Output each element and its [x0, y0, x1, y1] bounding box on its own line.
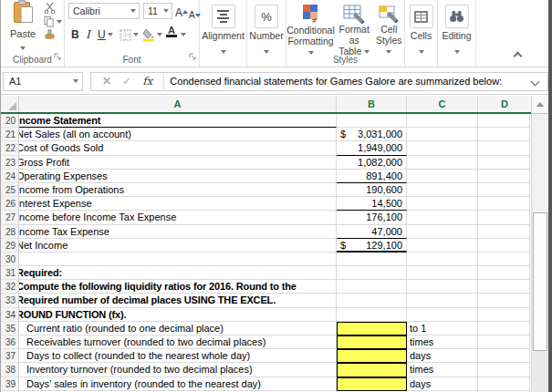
cell-b33[interactable]	[337, 294, 407, 307]
scroll-up-button[interactable]	[531, 96, 548, 114]
cell-a37[interactable]: Days to collect (rounded to the nearest …	[19, 349, 337, 363]
clipboard-dialog-launcher[interactable]	[54, 47, 61, 64]
shrink-font-button[interactable]: A	[189, 5, 201, 24]
cell-c31[interactable]	[407, 266, 478, 280]
font-name-combo[interactable]: Calibri	[68, 3, 140, 19]
cell-a31[interactable]: Required:	[19, 266, 337, 280]
fill-color-button[interactable]	[142, 26, 162, 44]
cell-c21[interactable]	[407, 128, 478, 141]
bold-button[interactable]: B	[71, 26, 79, 44]
cell-b37-answer-input[interactable]	[337, 349, 407, 363]
underline-dropdown-caret[interactable]	[108, 26, 113, 44]
cell-a35[interactable]: Current ratio (rounded to one decimal pl…	[19, 322, 337, 335]
cell-d37[interactable]	[478, 349, 530, 363]
cell-a24[interactable]: Operating Expenses	[19, 170, 337, 183]
cell-a21[interactable]: Net Sales (all on account)	[19, 128, 337, 141]
enter-button[interactable]: ✓	[122, 75, 131, 88]
cells-dropdown-caret[interactable]	[419, 50, 424, 54]
cut-button[interactable]	[44, 1, 62, 15]
grow-font-button[interactable]: A	[175, 4, 188, 22]
row-header[interactable]: 22	[1, 141, 19, 155]
copy-button[interactable]	[44, 15, 62, 28]
collapse-ribbon-chevron[interactable]	[514, 52, 523, 61]
paste-button[interactable]: Paste	[4, 0, 42, 53]
cell-c22[interactable]	[407, 141, 478, 155]
row-header[interactable]: 33	[1, 294, 19, 307]
cell-b28[interactable]: 47,000	[337, 225, 407, 239]
row-header[interactable]: 25	[1, 183, 19, 197]
cell-b21[interactable]: $3,031,000	[337, 128, 407, 141]
font-color-button[interactable]: A	[166, 26, 177, 44]
cell-c29[interactable]	[407, 239, 478, 253]
cell-b30[interactable]	[337, 253, 407, 266]
editing-dropdown-caret[interactable]	[454, 50, 460, 54]
cell-d38[interactable]	[478, 363, 530, 377]
column-header-c[interactable]: C	[407, 96, 478, 112]
row-header[interactable]: 21	[1, 128, 19, 141]
cell-c25[interactable]	[407, 183, 478, 197]
scrollbar-thumb[interactable]	[533, 212, 547, 351]
name-box[interactable]: A1	[3, 72, 83, 91]
row-header[interactable]: 36	[1, 335, 19, 349]
cell-a33[interactable]: Required number of decimal places USING …	[19, 294, 337, 307]
cell-d32[interactable]	[478, 280, 530, 294]
cell-a23[interactable]: Gross Profit	[19, 156, 337, 170]
format-painter-button[interactable]	[44, 28, 62, 42]
cell-b35-answer-input[interactable]	[337, 322, 407, 335]
cell-d22[interactable]	[478, 141, 530, 155]
cell-a28[interactable]: Income Tax Expense	[19, 225, 337, 239]
cell-a32[interactable]: Compute the following liquidity ratios f…	[19, 280, 337, 294]
cell-b31[interactable]	[337, 266, 407, 280]
cell-b34[interactable]	[337, 308, 407, 322]
cell-a22[interactable]: Cost of Goods Sold	[19, 141, 337, 155]
cell-c23[interactable]	[407, 156, 478, 170]
cell-c24[interactable]	[407, 170, 478, 183]
cell-a34[interactable]: ROUND FUNCTION (fx).	[19, 308, 337, 322]
cell-b29[interactable]: $129,100	[337, 239, 407, 253]
ribbon-group-editing[interactable]: Editing	[438, 0, 476, 67]
cell-c32[interactable]	[407, 280, 478, 294]
cell-a20[interactable]: Income Statement	[19, 114, 337, 128]
cell-c20[interactable]	[407, 114, 478, 128]
cell-b22[interactable]: 1,949,000	[337, 141, 407, 155]
cell-c30[interactable]	[407, 253, 478, 266]
row-header[interactable]: 23	[1, 156, 19, 170]
cell-c26[interactable]	[407, 197, 478, 211]
cell-b23[interactable]: 1,082,000	[337, 156, 407, 170]
cell-c35[interactable]: to 1	[407, 322, 478, 335]
row-header[interactable]: 39	[1, 377, 19, 391]
row-header[interactable]: 28	[1, 225, 19, 239]
row-header[interactable]: 27	[1, 211, 19, 224]
cell-a27[interactable]: Income before Income Tax Expense	[19, 211, 337, 224]
name-box-caret[interactable]	[73, 79, 78, 83]
cell-d36[interactable]	[478, 335, 530, 349]
number-dropdown-caret[interactable]	[264, 50, 269, 54]
row-header[interactable]: 38	[1, 363, 19, 377]
cell-b32[interactable]	[337, 280, 407, 294]
font-size-combo[interactable]: 11	[143, 3, 172, 19]
ribbon-group-cells[interactable]: Cells	[405, 0, 438, 67]
row-header[interactable]: 32	[1, 280, 19, 294]
cell-d23[interactable]	[478, 156, 530, 170]
font-color-dropdown-caret[interactable]	[181, 26, 186, 44]
cell-c34[interactable]	[407, 308, 478, 322]
cell-c33[interactable]	[407, 294, 478, 307]
row-header[interactable]: 20	[1, 114, 19, 128]
column-header-a[interactable]: A	[19, 96, 337, 112]
cell-d20[interactable]	[478, 114, 530, 128]
cell-a25[interactable]: Income from Operations	[19, 183, 337, 197]
row-header[interactable]: 34	[1, 308, 19, 322]
cell-c37[interactable]: days	[407, 349, 478, 363]
cell-c27[interactable]	[407, 211, 478, 224]
cell-d25[interactable]	[478, 183, 530, 197]
cell-c28[interactable]	[407, 225, 478, 239]
row-header[interactable]: 24	[1, 170, 19, 183]
column-header-b[interactable]: B	[337, 96, 407, 112]
cell-d26[interactable]	[478, 197, 530, 211]
row-header[interactable]: 30	[1, 253, 19, 266]
cell-d24[interactable]	[478, 170, 530, 183]
italic-button[interactable]: I	[86, 26, 90, 44]
cell-d33[interactable]	[478, 294, 530, 307]
cell-d29[interactable]	[478, 239, 530, 253]
select-all-button[interactable]	[1, 96, 19, 112]
